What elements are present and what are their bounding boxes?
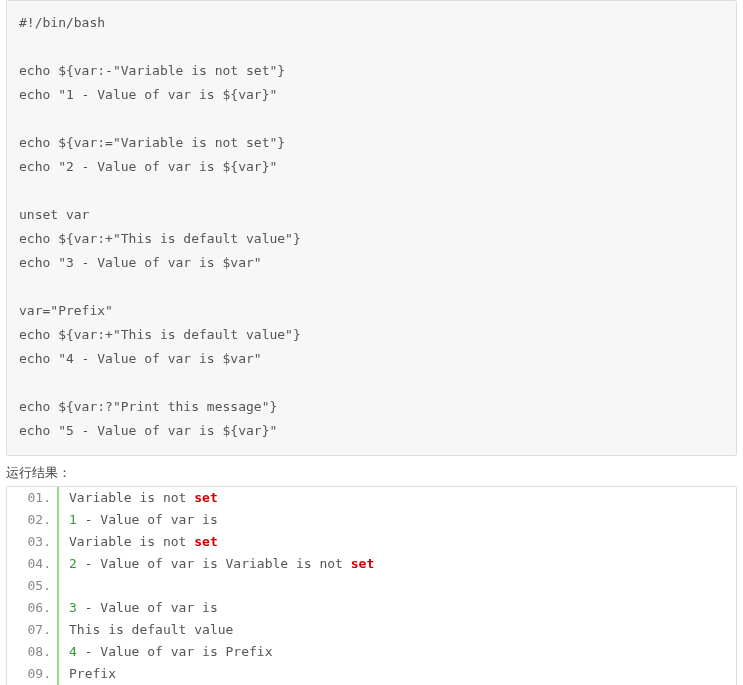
result-row: 04.2 - Value of var is Variable is not s…: [7, 553, 736, 575]
line-number: 03.: [7, 531, 59, 553]
number-token: 4: [69, 644, 77, 659]
result-line: Prefix: [59, 663, 736, 685]
result-row: 02.1 - Value of var is: [7, 509, 736, 531]
text-token: This is default value: [69, 622, 233, 637]
line-number: 02.: [7, 509, 59, 531]
result-line: 4 - Value of var is Prefix: [59, 641, 736, 663]
result-row: 03.Variable is not set: [7, 531, 736, 553]
result-row: 08.4 - Value of var is Prefix: [7, 641, 736, 663]
result-heading: 运行结果：: [6, 462, 737, 486]
text-token: - Value of var is Variable is not: [77, 556, 351, 571]
number-token: 1: [69, 512, 77, 527]
source-code-block: #!/bin/bash echo ${var:-"Variable is not…: [6, 0, 737, 456]
line-number: 08.: [7, 641, 59, 663]
result-row: 09.Prefix: [7, 663, 736, 685]
line-number: 05.: [7, 575, 59, 597]
result-line: Variable is not set: [59, 531, 736, 553]
number-token: 2: [69, 556, 77, 571]
result-line: 2 - Value of var is Variable is not set: [59, 553, 736, 575]
result-output-block: 01.Variable is not set02.1 - Value of va…: [6, 486, 737, 685]
text-token: - Value of var is: [77, 600, 218, 615]
result-row: 07.This is default value: [7, 619, 736, 641]
result-row: 05.: [7, 575, 736, 597]
result-row: 01.Variable is not set: [7, 487, 736, 509]
text-token: - Value of var is: [77, 512, 218, 527]
keyword-token: set: [351, 556, 374, 571]
result-row: 06.3 - Value of var is: [7, 597, 736, 619]
line-number: 01.: [7, 487, 59, 509]
keyword-token: set: [194, 534, 217, 549]
keyword-token: set: [194, 490, 217, 505]
line-number: 04.: [7, 553, 59, 575]
text-token: Variable is not: [69, 490, 194, 505]
result-line: 3 - Value of var is: [59, 597, 736, 619]
result-line: Variable is not set: [59, 487, 736, 509]
line-number: 09.: [7, 663, 59, 685]
line-number: 06.: [7, 597, 59, 619]
line-number: 07.: [7, 619, 59, 641]
number-token: 3: [69, 600, 77, 615]
result-line: [59, 575, 736, 597]
result-line: 1 - Value of var is: [59, 509, 736, 531]
result-line: This is default value: [59, 619, 736, 641]
text-token: Variable is not: [69, 534, 194, 549]
text-token: Prefix: [69, 666, 116, 681]
text-token: - Value of var is Prefix: [77, 644, 273, 659]
